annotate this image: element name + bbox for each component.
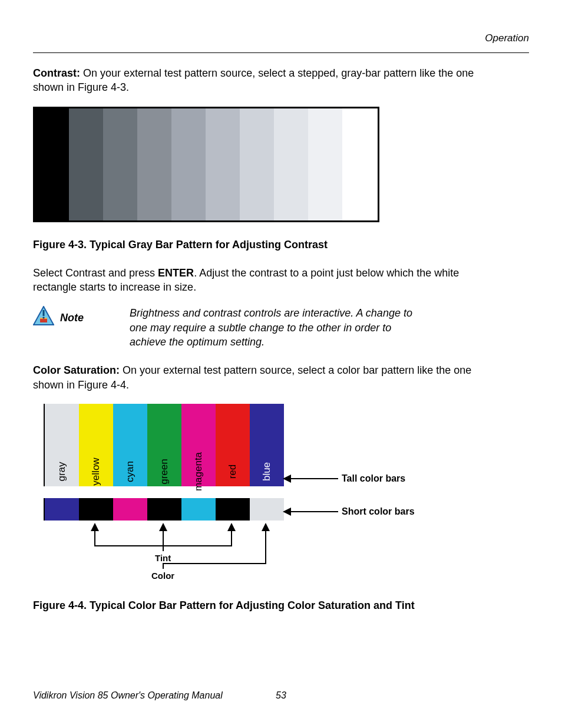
callout-tall: Tall color bars xyxy=(283,472,405,485)
color-label: Color xyxy=(151,570,174,582)
short-color-bar xyxy=(216,498,250,521)
callout-tall-label: Tall color bars xyxy=(342,472,405,485)
para-select-contrast: Select Contrast and press ENTER. Adjust … xyxy=(33,266,504,295)
tall-color-bar: cyan xyxy=(113,404,147,486)
tall-bar-label: green xyxy=(158,459,171,484)
gray-bar xyxy=(342,108,376,220)
contrast-text: On your external test pattern source, se… xyxy=(33,67,474,93)
figure-4-3-caption: Figure 4-3. Typical Gray Bar Pattern for… xyxy=(33,238,504,252)
callout-short-label: Short color bars xyxy=(342,505,415,518)
colorsat-lead: Color Saturation: xyxy=(33,364,123,376)
short-color-bar xyxy=(79,498,113,521)
tall-bar-label: red xyxy=(226,464,240,479)
figure-4-3-graybars xyxy=(33,107,379,222)
contrast-lead: Contrast: xyxy=(33,67,83,79)
tall-bar-label: yellow xyxy=(90,457,103,485)
gray-bar xyxy=(240,108,274,220)
note-triangle-icon xyxy=(33,306,54,330)
note-text: Brightness and contrast controls are int… xyxy=(130,306,412,349)
figure-4-4-caption: Figure 4-4. Typical Color Bar Pattern fo… xyxy=(33,598,504,612)
tall-bar-label: gray xyxy=(55,462,69,481)
gray-bar xyxy=(137,108,171,220)
p2-pre: Select Contrast and press xyxy=(33,267,158,279)
gray-bar xyxy=(35,108,69,220)
tall-bar-label: cyan xyxy=(124,461,137,482)
callout-short: Short color bars xyxy=(283,505,415,518)
note-label: Note xyxy=(60,311,84,325)
header-section: Operation xyxy=(33,32,529,45)
footer-left: Vidikron Vision 85 Owner's Operating Man… xyxy=(33,689,276,702)
tall-bar-label: magenta xyxy=(192,452,206,491)
tall-color-bar: gray xyxy=(45,404,79,486)
short-color-bars-row xyxy=(44,498,284,521)
tall-color-bar: green xyxy=(147,404,181,486)
footer-page: 53 xyxy=(276,689,286,702)
short-color-bar xyxy=(181,498,216,521)
para-color-saturation: Color Saturation: On your external test … xyxy=(33,363,504,392)
footer: Vidikron Vision 85 Owner's Operating Man… xyxy=(33,689,529,702)
note-row: Note Brightness and contrast controls ar… xyxy=(33,306,504,349)
tall-color-bar: red xyxy=(216,404,250,486)
gray-bar xyxy=(69,108,103,220)
header-rule xyxy=(33,52,529,53)
p2-enter: ENTER xyxy=(158,267,194,279)
short-color-bar xyxy=(250,498,284,521)
tall-color-bar: blue xyxy=(250,404,284,486)
tall-bar-label: blue xyxy=(260,462,274,481)
gray-bar xyxy=(171,108,206,220)
figure-4-4-colorbars: grayyellowcyangreenmagentaredblue Tall c… xyxy=(33,404,392,581)
gray-bar xyxy=(103,108,137,220)
gray-bar xyxy=(206,108,240,220)
tall-color-bar: magenta xyxy=(181,404,216,486)
short-color-bar xyxy=(45,498,79,521)
tall-color-bars-row: grayyellowcyangreenmagentaredblue xyxy=(44,404,284,486)
short-color-bar xyxy=(147,498,181,521)
para-contrast: Contrast: On your external test pattern … xyxy=(33,66,504,95)
gray-bar xyxy=(308,108,342,220)
tall-color-bar: yellow xyxy=(79,404,113,486)
gray-bar xyxy=(274,108,308,220)
short-color-bar xyxy=(113,498,147,521)
svg-point-4 xyxy=(42,317,44,319)
